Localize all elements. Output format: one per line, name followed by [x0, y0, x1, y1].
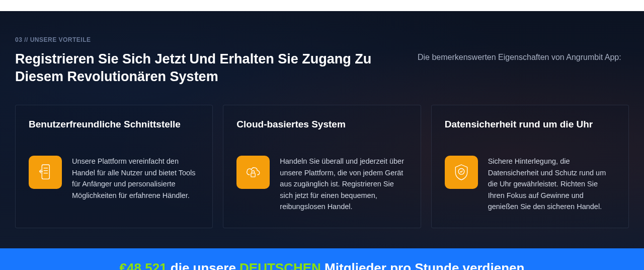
- section-headline: Registrieren Sie Sich Jetzt Und Erhalten…: [15, 50, 397, 86]
- advantages-section: 03 // UNSERE VORTEILE Registrieren Sie S…: [0, 11, 644, 248]
- heading-row: Registrieren Sie Sich Jetzt Und Erhalten…: [15, 50, 629, 86]
- top-spacer: [0, 0, 644, 11]
- feature-card-title: Benutzerfreundliche Schnittstelle: [29, 118, 199, 144]
- earnings-banner: €48,521 die unsere DEUTSCHEN Mitglieder …: [0, 248, 644, 270]
- svg-rect-4: [251, 173, 255, 177]
- feature-card-interface: Benutzerfreundliche Schnittstelle Unsere…: [15, 105, 213, 228]
- earnings-banner-text: €48,521 die unsere DEUTSCHEN Mitglieder …: [10, 260, 634, 270]
- feature-card-cloud: Cloud-basiertes System Handeln Sie übera…: [223, 105, 421, 228]
- feature-card-body: Handeln Sie überall und jederzeit über u…: [236, 156, 407, 212]
- earnings-text-2: Mitglieder pro Stunde verdienen: [321, 260, 525, 270]
- feature-card-body: Unsere Plattform vereinfacht den Handel …: [29, 156, 199, 201]
- feature-card-body: Sichere Hinterlegung, die Datensicherhei…: [445, 156, 615, 212]
- feature-card-text: Sichere Hinterlegung, die Datensicherhei…: [488, 156, 615, 212]
- feature-card-text: Handeln Sie überall und jederzeit über u…: [280, 156, 407, 212]
- section-subhead: Die bemerkenswerten Eigenschaften von An…: [418, 50, 629, 86]
- svg-rect-0: [42, 165, 49, 179]
- feature-cards: Benutzerfreundliche Schnittstelle Unsere…: [15, 105, 629, 228]
- section-eyebrow: 03 // UNSERE VORTEILE: [15, 36, 629, 43]
- feature-card-title: Cloud-basiertes System: [236, 118, 407, 144]
- feature-card-security: Datensicherheit rund um die Uhr Sichere …: [431, 105, 629, 228]
- feature-card-title: Datensicherheit rund um die Uhr: [445, 118, 615, 144]
- shield-badge-icon: [445, 156, 478, 189]
- feature-card-text: Unsere Plattform vereinfacht den Handel …: [72, 156, 199, 201]
- interface-icon: [29, 156, 62, 189]
- earnings-text-1: die unsere: [167, 260, 240, 270]
- earnings-highlight: DEUTSCHEN: [239, 260, 321, 270]
- earnings-amount: €48,521: [120, 260, 167, 270]
- cloud-lock-icon: [236, 156, 270, 189]
